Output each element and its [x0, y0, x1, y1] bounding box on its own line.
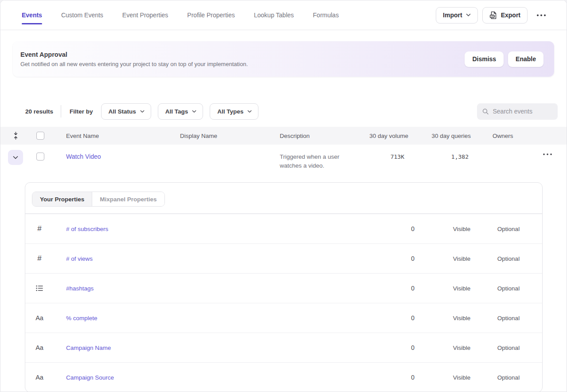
- active-tab-indicator: [22, 23, 42, 24]
- vertical-divider: [61, 105, 61, 118]
- tab-events-label: Events: [22, 12, 42, 19]
- event-queries: 1,382: [451, 153, 469, 160]
- tags-filter-dropdown[interactable]: All Tags: [158, 103, 203, 120]
- tab-custom-events[interactable]: Custom Events: [61, 0, 103, 30]
- property-requirement: Optional: [486, 226, 544, 232]
- status-filter-dropdown[interactable]: All Status: [101, 103, 151, 120]
- text-icon: Aa: [35, 374, 43, 381]
- property-requirement: Optional: [486, 255, 544, 262]
- tab-event-properties-label: Event Properties: [122, 12, 168, 19]
- property-row: Aa % complete 0 Visible Optional: [25, 303, 542, 333]
- property-value: 0: [373, 344, 417, 351]
- tab-mixpanel-properties[interactable]: Mixpanel Properties: [92, 192, 164, 206]
- tab-your-properties[interactable]: Your Properties: [32, 192, 92, 206]
- nav-tabs: Events Custom Events Event Properties Pr…: [22, 0, 339, 30]
- search-box: [477, 103, 558, 120]
- ellipsis-icon: [543, 153, 552, 155]
- row-more-options-button[interactable]: [540, 151, 567, 158]
- property-name-link[interactable]: #hashtags: [54, 285, 373, 292]
- text-icon: Aa: [35, 314, 43, 321]
- column-event-name[interactable]: Event Name: [50, 133, 180, 139]
- property-row: Aa Campaign Source 0 Visible Optional: [25, 362, 542, 392]
- property-name-link[interactable]: Campaign Source: [54, 374, 373, 381]
- export-button[interactable]: csv Export: [482, 7, 528, 24]
- select-all-checkbox[interactable]: [36, 132, 44, 140]
- property-visibility: Visible: [417, 285, 486, 292]
- list-icon: [36, 285, 43, 291]
- property-row: # # of views 0 Visible Optional: [25, 243, 542, 273]
- property-name-link[interactable]: Campaign Name: [54, 345, 373, 351]
- collapse-icon: [12, 132, 19, 140]
- events-table-header: Event Name Display Name Description 30 d…: [0, 127, 567, 145]
- enable-button[interactable]: Enable: [508, 51, 544, 67]
- tab-formulas-label: Formulas: [313, 12, 339, 19]
- ellipsis-icon: [536, 14, 546, 16]
- banner-actions: Dismiss Enable: [465, 51, 544, 67]
- tab-events[interactable]: Events: [22, 0, 42, 30]
- property-name-link[interactable]: % complete: [54, 315, 373, 321]
- column-description[interactable]: Description: [280, 133, 364, 139]
- export-button-label: Export: [501, 12, 520, 19]
- column-display-name[interactable]: Display Name: [180, 133, 280, 139]
- search-icon: [482, 108, 489, 115]
- event-display-name: [180, 145, 280, 153]
- import-button[interactable]: Import: [436, 7, 478, 24]
- top-nav: Events Custom Events Event Properties Pr…: [0, 0, 567, 30]
- chevron-down-icon: [192, 110, 196, 113]
- collapse-row-button[interactable]: [8, 150, 23, 165]
- property-visibility: Visible: [417, 226, 486, 232]
- event-description: Triggered when a user watches a video.: [280, 153, 351, 170]
- property-row: #hashtags 0 Visible Optional: [25, 273, 542, 303]
- property-visibility: Visible: [417, 255, 486, 262]
- chevron-down-icon: [466, 13, 471, 17]
- dismiss-button[interactable]: Dismiss: [465, 51, 504, 67]
- property-visibility: Visible: [417, 374, 486, 381]
- property-name-link[interactable]: # of views: [54, 255, 373, 262]
- import-button-label: Import: [443, 12, 462, 19]
- chevron-down-icon: [13, 156, 18, 160]
- property-row: # # of subscribers 0 Visible Optional: [25, 214, 542, 243]
- property-name-link[interactable]: # of subscribers: [54, 226, 373, 232]
- tab-lookup-tables[interactable]: Lookup Tables: [254, 0, 294, 30]
- top-actions: Import csv Export: [436, 7, 548, 24]
- property-row: Aa Campaign Name 0 Visible Optional: [25, 333, 542, 362]
- property-visibility: Visible: [417, 315, 486, 321]
- tab-event-properties[interactable]: Event Properties: [122, 0, 168, 30]
- property-visibility: Visible: [417, 345, 486, 351]
- tags-filter-label: All Tags: [165, 108, 188, 115]
- more-options-button[interactable]: [535, 12, 548, 18]
- property-value: 0: [373, 255, 417, 262]
- column-queries[interactable]: 30 day queries: [408, 133, 471, 139]
- filter-by-label: Filter by: [70, 108, 93, 115]
- event-approval-banner: Event Approval Get notified on all new e…: [13, 41, 554, 77]
- event-row-watch-video: Watch Video Triggered when a user watche…: [0, 145, 567, 182]
- search-input[interactable]: [493, 108, 554, 115]
- types-filter-dropdown[interactable]: All Types: [210, 103, 258, 120]
- collapse-all-button[interactable]: [0, 132, 31, 140]
- property-requirement: Optional: [486, 374, 544, 381]
- event-name-link[interactable]: Watch Video: [66, 153, 101, 160]
- tab-profile-properties[interactable]: Profile Properties: [187, 0, 235, 30]
- types-filter-label: All Types: [217, 108, 243, 115]
- banner-description: Get notified on all new events entering …: [20, 61, 248, 67]
- column-volume[interactable]: 30 day volume: [364, 133, 408, 139]
- column-owners[interactable]: Owners: [471, 133, 537, 139]
- property-value: 0: [373, 314, 417, 321]
- tab-profile-properties-label: Profile Properties: [187, 12, 235, 19]
- property-requirement: Optional: [486, 315, 544, 321]
- property-requirement: Optional: [486, 285, 544, 292]
- event-owners: [471, 145, 537, 153]
- properties-tabs: Your Properties Mixpanel Properties: [32, 192, 165, 207]
- property-value: 0: [373, 285, 417, 292]
- property-value: 0: [373, 374, 417, 381]
- event-volume: 713K: [391, 153, 404, 160]
- property-requirement: Optional: [486, 345, 544, 351]
- chevron-down-icon: [140, 110, 145, 113]
- row-checkbox[interactable]: [36, 153, 44, 161]
- tab-formulas[interactable]: Formulas: [313, 0, 339, 30]
- banner-text: Event Approval Get notified on all new e…: [20, 51, 248, 67]
- svg-text:csv: csv: [491, 15, 495, 17]
- chevron-down-icon: [247, 110, 252, 113]
- status-filter-label: All Status: [109, 108, 136, 115]
- property-value: 0: [373, 225, 417, 232]
